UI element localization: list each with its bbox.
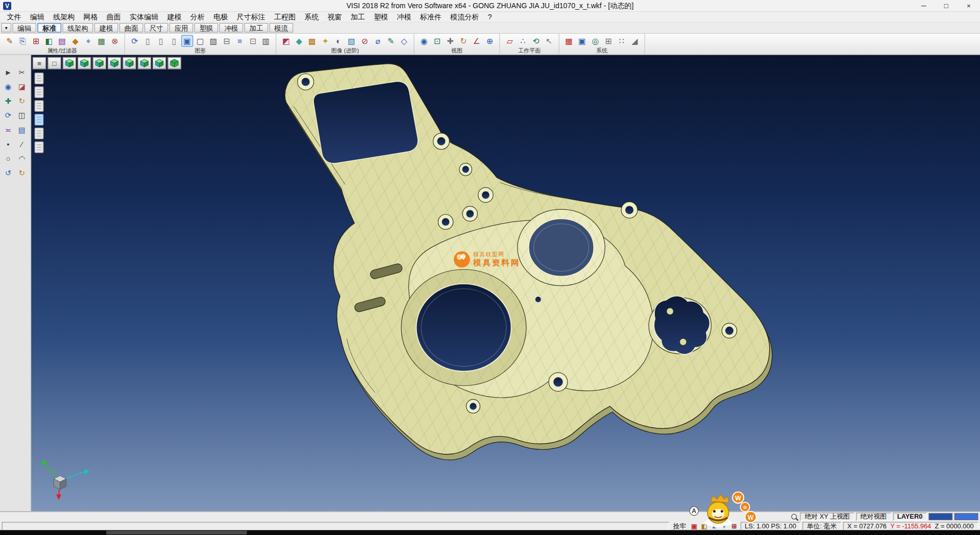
left-toolbar-icon[interactable]: ▤ (16, 124, 28, 135)
left-toolbar-icon[interactable]: ✚ (2, 95, 14, 107)
toolbar-icon[interactable]: ⊗ (109, 35, 120, 47)
toolbar-icon[interactable]: ⊞ (602, 35, 614, 47)
toolbar-icon[interactable]: ▦ (95, 35, 107, 47)
view-cube-button[interactable] (108, 57, 121, 69)
left-toolbar-icon[interactable]: ↺ (2, 167, 14, 179)
toolbar-icon[interactable]: ◎ (590, 35, 601, 47)
menu-item[interactable]: 标准件 (415, 12, 446, 22)
toolbar-icon[interactable]: ⟳ (129, 35, 140, 47)
menu-item[interactable]: 电极 (209, 12, 232, 22)
left-toolbar-icon[interactable]: ◠ (16, 153, 28, 164)
menu-item[interactable]: 冲模 (393, 12, 415, 22)
view-orientation-indicator[interactable]: 绝对 XY 上视图 (800, 513, 854, 521)
magnifier-icon[interactable] (792, 514, 797, 520)
left-toolbar-icon[interactable]: ◉ (2, 81, 14, 92)
toolbar-icon[interactable]: ▦ (563, 35, 575, 47)
tab[interactable]: 塑膜 (194, 23, 218, 32)
toolbar-icon[interactable]: ⊕ (484, 35, 496, 47)
toolbar-icon[interactable]: ▣ (576, 35, 588, 47)
menu-item[interactable]: 网格 (79, 12, 102, 22)
toolbar-icon[interactable]: ◇ (398, 35, 410, 47)
toolbar-icon[interactable]: ◩ (280, 35, 292, 47)
toolbar-icon[interactable]: ⊡ (247, 35, 259, 47)
toolbar-icon[interactable]: ◧ (43, 35, 55, 47)
toolbar-icon[interactable]: ▨ (208, 35, 219, 47)
view-button[interactable]: ≡ (33, 57, 46, 69)
menu-item[interactable]: 分析 (186, 12, 209, 22)
tab[interactable]: 模流 (270, 23, 293, 32)
toolbar-icon[interactable]: ▯ (142, 35, 154, 47)
toolbar-icon[interactable]: ✎ (385, 35, 397, 47)
color-swatch-primary[interactable] (929, 513, 953, 520)
toolbar-icon[interactable]: ∷ (616, 35, 627, 47)
menu-item[interactable]: 工程图 (270, 12, 300, 22)
view-cube-button[interactable] (62, 57, 76, 69)
view-mode-indicator[interactable]: 绝对视图 (856, 513, 891, 521)
view-button[interactable]: □ (47, 57, 61, 69)
toolbar-icon[interactable]: ▧ (346, 35, 357, 47)
menu-item[interactable]: 尺寸标注 (232, 12, 270, 22)
toolbar-icon[interactable]: ◆ (293, 35, 305, 47)
units-indicator[interactable]: 单位: 毫米 (802, 522, 841, 530)
left-toolbar-icon[interactable]: • (2, 138, 14, 150)
toolbar-icon[interactable]: ↖ (543, 35, 555, 47)
color-swatch-secondary[interactable] (954, 513, 978, 520)
part-model[interactable] (31, 55, 980, 512)
left-toolbar-icon[interactable]: ∕ (16, 138, 28, 150)
tab[interactable]: 应用 (169, 23, 193, 32)
menu-item[interactable]: 曲面 (102, 12, 125, 22)
menu-item[interactable]: 塑模 (370, 12, 393, 22)
toolbar-icon[interactable]: ⎘ (17, 35, 29, 47)
left-toolbar-icon[interactable]: ► (2, 66, 14, 78)
left-toolbar-icon[interactable]: ○ (2, 153, 14, 164)
toolbar-icon[interactable]: ∴ (517, 35, 529, 47)
view-cube-button[interactable] (122, 57, 136, 69)
toolbar-icon[interactable]: ◢ (629, 35, 641, 47)
toolbar-icon[interactable]: ◆ (69, 35, 81, 47)
toolbar-icon[interactable]: ▤ (56, 35, 68, 47)
menu-item[interactable]: 视窗 (323, 12, 346, 22)
menu-item[interactable]: 文件 (3, 12, 26, 22)
left-toolbar-icon[interactable]: ↻ (16, 95, 28, 107)
toolbar-icon[interactable]: ▢ (194, 35, 206, 47)
tab[interactable]: 编辑 (12, 23, 36, 32)
menu-item[interactable]: 系统 (300, 12, 323, 22)
menu-item[interactable]: 加工 (346, 12, 369, 22)
toolbar-icon[interactable]: ✚ (445, 35, 456, 47)
layer-indicator[interactable]: LAYER0 (893, 513, 927, 521)
window-control-button[interactable]: ─ (913, 0, 935, 12)
left-toolbar-icon[interactable]: ≍ (2, 124, 14, 135)
left-toolbar-icon[interactable]: ◪ (16, 81, 28, 92)
tab[interactable]: 尺寸 (144, 23, 168, 32)
menu-item[interactable]: 建模 (163, 12, 186, 22)
menu-item[interactable]: 编辑 (26, 12, 48, 22)
view-cube-button[interactable] (92, 57, 106, 69)
toolbar-icon[interactable]: ∠ (471, 35, 482, 47)
toolbar-icon[interactable]: ✎ (4, 35, 15, 47)
toolbar-icon[interactable]: ✦ (320, 35, 331, 47)
view-cube-button[interactable] (167, 57, 181, 69)
menu-item[interactable]: 线架构 (49, 12, 79, 22)
toolbar-icon[interactable]: ◉ (418, 35, 430, 47)
toolbar-icon[interactable]: ⟲ (530, 35, 542, 47)
clipboard-slot[interactable] (34, 128, 43, 139)
tab[interactable]: 线架构 (62, 23, 93, 32)
view-cube-button[interactable] (137, 57, 151, 69)
tab[interactable]: 标准 (37, 23, 61, 32)
toolbar-icon[interactable]: ◐ (332, 35, 344, 47)
window-control-button[interactable]: × (958, 0, 980, 12)
menu-item[interactable]: 实体编辑 (126, 12, 163, 22)
lock-toggle[interactable]: 拴牢 (671, 522, 688, 530)
tab[interactable]: 建模 (94, 23, 118, 32)
toolbar-icon[interactable]: ▱ (504, 35, 516, 47)
clipboard-slot[interactable] (34, 86, 43, 98)
menu-item[interactable]: ? (483, 12, 496, 21)
toolbar-icon[interactable]: ↻ (457, 35, 469, 47)
tab-dropdown-button[interactable]: ▾ (1, 23, 11, 32)
left-toolbar-icon[interactable]: ◫ (16, 109, 28, 121)
toolbar-icon[interactable]: ▣ (181, 35, 193, 47)
view-cube-button[interactable] (153, 57, 166, 69)
viewport-3d[interactable]: ≡□ (31, 55, 980, 512)
view-cube-button[interactable] (78, 57, 91, 69)
tab[interactable]: 冲模 (219, 23, 243, 32)
